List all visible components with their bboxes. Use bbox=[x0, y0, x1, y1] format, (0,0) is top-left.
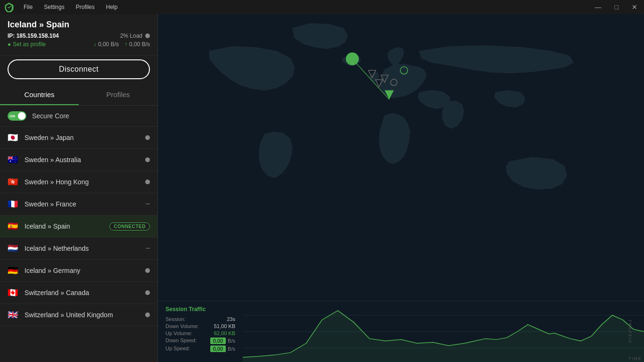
menu-file[interactable]: File bbox=[22, 3, 34, 11]
connection-ip-row: IP: 185.159.158.104 2% Load bbox=[8, 33, 150, 39]
download-arrow-icon: ↓ bbox=[93, 41, 96, 48]
tab-bar: Countries Profiles bbox=[0, 85, 157, 106]
menu-settings[interactable]: Settings bbox=[42, 3, 66, 11]
server-name-label: Switzerland » Canada bbox=[25, 289, 145, 296]
server-item[interactable]: 🇨🇦Switzerland » Canada bbox=[0, 282, 157, 304]
load-indicator bbox=[145, 33, 150, 38]
server-item[interactable]: 🇬🇧Switzerland » United Kingdom bbox=[0, 304, 157, 326]
disconnect-button[interactable]: Disconnect bbox=[8, 59, 150, 79]
title-bar: File Settings Profiles Help — □ ✕ bbox=[0, 0, 644, 14]
server-item[interactable]: 🇦🇺Sweden » Australia bbox=[0, 149, 157, 171]
maximize-button[interactable]: □ bbox=[612, 2, 621, 12]
server-load-dot bbox=[145, 135, 150, 140]
server-flag-icon: 🇪🇸 bbox=[8, 222, 19, 230]
ip-value: 185.159.158.104 bbox=[17, 33, 59, 39]
server-item[interactable]: 🇫🇷Sweden » France− bbox=[0, 193, 157, 215]
secure-core-row: ON Secure Core bbox=[0, 106, 157, 127]
server-flag-icon: 🇨🇦 bbox=[8, 288, 19, 297]
server-flag-icon: 🇫🇷 bbox=[8, 200, 19, 208]
server-name-label: Sweden » Hong Kong bbox=[25, 178, 145, 186]
down-volume-row: Down Volume: 51,00 KB bbox=[165, 323, 235, 329]
up-volume-value: 62,00 KB bbox=[214, 330, 235, 336]
left-panel: Iceland » Spain IP: 185.159.158.104 2% L… bbox=[0, 14, 158, 362]
server-item[interactable]: 🇳🇱Iceland » Netherlands− bbox=[0, 238, 157, 260]
upload-arrow-icon: ↑ bbox=[124, 41, 127, 48]
title-bar-left: File Settings Profiles Help bbox=[4, 2, 119, 12]
upload-speed-value: 0,00 B/s bbox=[129, 41, 150, 48]
time-axis-label: TIME bbox=[628, 356, 643, 361]
traffic-axis-label: TRAFFIC bbox=[627, 320, 632, 344]
session-traffic-title: Session Traffic bbox=[165, 306, 235, 313]
upload-speed: ↑ 0,00 B/s bbox=[124, 41, 150, 48]
down-speed-unit: B/s bbox=[228, 338, 235, 344]
server-name-label: Iceland » Germany bbox=[25, 267, 145, 274]
server-item[interactable]: 🇭🇰Sweden » Hong Kong bbox=[0, 171, 157, 193]
app-logo-icon bbox=[4, 2, 14, 12]
tab-countries[interactable]: Countries bbox=[0, 85, 79, 105]
connection-load: 2% Load bbox=[120, 33, 150, 39]
minimize-button[interactable]: — bbox=[592, 2, 604, 12]
toggle-knob bbox=[18, 112, 25, 120]
download-speed-value: 0,00 B/s bbox=[98, 41, 119, 48]
close-button[interactable]: ✕ bbox=[629, 2, 640, 12]
server-load-dot bbox=[145, 290, 150, 295]
server-minus-icon: − bbox=[146, 200, 150, 208]
menu-profiles[interactable]: Profiles bbox=[74, 3, 97, 11]
toggle-on-label: ON bbox=[9, 114, 15, 118]
title-bar-right: — □ ✕ bbox=[592, 2, 640, 12]
download-speed: ↓ 0,00 B/s bbox=[93, 41, 119, 48]
set-profile-label: Set as profile bbox=[13, 41, 46, 48]
server-name-label: Sweden » France bbox=[25, 200, 146, 208]
down-volume-label: Down Volume: bbox=[165, 323, 199, 329]
up-volume-label: Up Volume: bbox=[165, 330, 192, 336]
connection-ip: IP: 185.159.158.104 bbox=[8, 33, 59, 39]
map-area: 🏠 bbox=[158, 14, 644, 268]
connection-title: Iceland » Spain bbox=[8, 20, 150, 30]
up-volume-row: Up Volume: 62,00 KB bbox=[165, 330, 235, 336]
server-flag-icon: 🇳🇱 bbox=[8, 244, 19, 253]
up-speed-unit: B/s bbox=[228, 346, 235, 352]
set-profile-button[interactable]: ● Set as profile bbox=[8, 41, 46, 48]
world-map: 🏠 bbox=[158, 14, 644, 268]
load-value: 2% Load bbox=[120, 33, 142, 39]
server-load-dot bbox=[145, 313, 150, 317]
server-name-label: Sweden » Australia bbox=[25, 156, 145, 164]
server-name-label: Iceland » Netherlands bbox=[25, 245, 146, 252]
down-speed-label: Down Speed: bbox=[165, 337, 197, 344]
server-load-dot bbox=[145, 180, 150, 184]
session-value: 23s bbox=[227, 316, 235, 322]
tab-profiles[interactable]: Profiles bbox=[79, 85, 157, 105]
server-list: 🇯🇵Sweden » Japan🇦🇺Sweden » Australia🇭🇰Sw… bbox=[0, 127, 157, 362]
server-flag-icon: 🇦🇺 bbox=[8, 156, 19, 164]
speed-row: ↓ 0,00 B/s ↑ 0,00 B/s bbox=[93, 41, 150, 48]
server-minus-icon: − bbox=[146, 244, 150, 253]
server-flag-icon: 🇭🇰 bbox=[8, 178, 19, 186]
up-speed-row: Up Speed: 0,00 B/s bbox=[165, 346, 235, 352]
traffic-area: Session Traffic Session: 23s Down Volume… bbox=[158, 301, 644, 362]
connection-header: Iceland » Spain IP: 185.159.158.104 2% L… bbox=[0, 14, 157, 56]
menu-help[interactable]: Help bbox=[104, 3, 120, 11]
server-flag-icon: 🇬🇧 bbox=[8, 311, 19, 319]
up-speed-value-container: 0,00 B/s bbox=[210, 346, 235, 352]
secure-core-label: Secure Core bbox=[32, 112, 69, 120]
ip-label: IP: bbox=[8, 33, 15, 39]
server-name-label: Iceland » Spain bbox=[25, 222, 109, 230]
server-flag-icon: 🇩🇪 bbox=[8, 266, 19, 275]
down-speed-value: 0,00 bbox=[210, 337, 226, 344]
server-load-dot bbox=[145, 157, 150, 162]
connected-badge-label: CONNECTED bbox=[109, 222, 150, 230]
server-item[interactable]: 🇪🇸Iceland » SpainCONNECTED bbox=[0, 215, 157, 238]
traffic-info-panel: Session Traffic Session: 23s Down Volume… bbox=[158, 301, 243, 362]
up-speed-value: 0,00 bbox=[210, 346, 226, 352]
session-label: Session: bbox=[165, 316, 185, 322]
session-row: Session: 23s bbox=[165, 316, 235, 322]
server-flag-icon: 🇯🇵 bbox=[8, 133, 19, 142]
up-speed-label: Up Speed: bbox=[165, 346, 190, 352]
right-panel: ❮ 🔒 CONNECTED ProtonVPN − ||||||||| + bbox=[158, 14, 644, 362]
secure-core-toggle[interactable]: ON bbox=[8, 111, 26, 121]
server-name-label: Switzerland » United Kingdom bbox=[25, 311, 145, 319]
server-load-dot bbox=[145, 268, 150, 273]
connection-profile-row: ● Set as profile ↓ 0,00 B/s ↑ 0,00 B/s bbox=[8, 41, 150, 48]
server-item[interactable]: 🇯🇵Sweden » Japan bbox=[0, 127, 157, 149]
server-item[interactable]: 🇩🇪Iceland » Germany bbox=[0, 260, 157, 282]
